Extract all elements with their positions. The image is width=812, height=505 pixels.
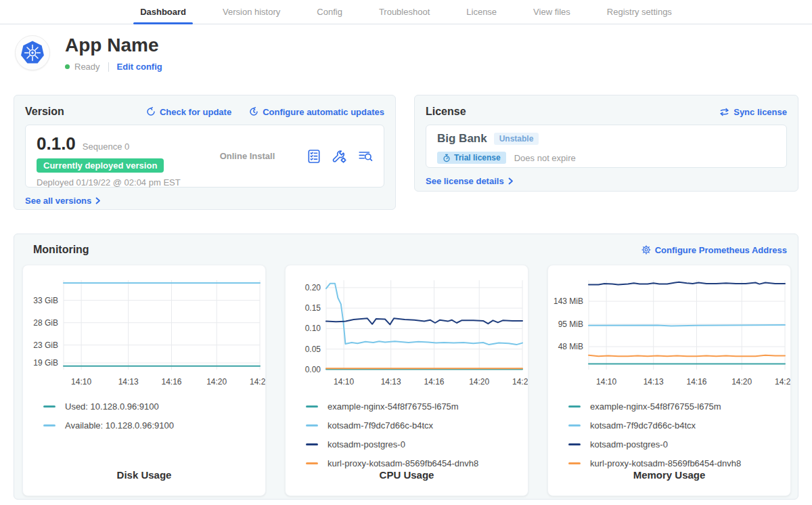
app-header: App Name Ready Edit config (15, 35, 162, 72)
top-nav: DashboardVersion historyConfigTroublesho… (0, 0, 812, 24)
svg-text:0.05: 0.05 (305, 345, 321, 354)
svg-text:14:20: 14:20 (731, 377, 752, 387)
svg-text:23 GiB: 23 GiB (33, 341, 58, 350)
legend-dash-icon (568, 405, 581, 408)
legend-dash-icon (306, 462, 318, 464)
license-expiration: Does not expire (514, 153, 576, 163)
legend-label: kurl-proxy-kotsadm-8569fb6454-dnvh8 (590, 458, 741, 468)
legend-label: example-nginx-54f8f76755-l675m (590, 401, 721, 412)
svg-text:14:23: 14:23 (250, 377, 265, 387)
svg-text:14:10: 14:10 (334, 377, 354, 387)
svg-text:14:10: 14:10 (596, 377, 616, 387)
legend-item: example-nginx-54f8f76755-l675m (306, 397, 528, 416)
svg-text:95 MiB: 95 MiB (558, 320, 583, 329)
memory-usage-chart-card: 14:1014:1314:1614:2014:23143 MiB95 MiB48… (547, 265, 791, 496)
page-title: App Name (65, 35, 162, 56)
legend-dash-icon (568, 462, 581, 464)
current-version-panel: 0.1.0 Sequence 0 Currently deployed vers… (25, 125, 384, 188)
svg-text:48 MiB: 48 MiB (558, 342, 583, 351)
svg-text:143 MiB: 143 MiB (554, 297, 583, 306)
preflight-checks-icon[interactable] (307, 149, 321, 164)
version-sequence: Sequence 0 (83, 141, 129, 152)
legend-label: kurl-proxy-kotsadm-8569fb6454-dnvh8 (328, 458, 478, 468)
legend-label: kotsadm-postgres-0 (328, 439, 405, 449)
legend-dash-icon (568, 424, 581, 426)
legend-label: kotsadm-7f9dc7d66c-b4tcx (328, 420, 433, 431)
legend-item: kotsadm-7f9dc7d66c-b4tcx (568, 416, 790, 435)
check-for-update-link[interactable]: Check for update (146, 107, 231, 117)
tab-version-history[interactable]: Version history (216, 0, 287, 24)
clock-refresh-icon (249, 107, 258, 116)
edit-config-link[interactable]: Edit config (117, 62, 162, 72)
configure-prometheus-link[interactable]: Configure Prometheus Address (641, 245, 787, 255)
svg-text:33 GiB: 33 GiB (33, 296, 58, 305)
legend-item: kotsadm-7f9dc7d66c-b4tcx (306, 416, 528, 435)
memory-usage-chart: 14:1014:1314:1614:2014:23143 MiB95 MiB48… (548, 271, 790, 394)
tab-registry-settings[interactable]: Registry settings (600, 0, 679, 24)
version-card: Version Check for update Configure autom… (14, 95, 396, 210)
legend-label: example-nginx-54f8f76755-l675m (328, 401, 459, 412)
tab-troubleshoot[interactable]: Troubleshoot (372, 0, 436, 24)
config-wrench-icon[interactable] (332, 149, 347, 164)
svg-text:14:16: 14:16 (424, 377, 444, 387)
legend-item: kotsadm-postgres-0 (568, 435, 790, 454)
chevron-right-icon (95, 197, 101, 204)
sync-license-link[interactable]: Sync license (719, 107, 787, 117)
legend-dash-icon (306, 443, 318, 445)
disk-usage-legend: Used: 10.128.0.96:9100Available: 10.128.… (23, 397, 265, 435)
view-logs-icon[interactable] (358, 149, 373, 164)
license-card-title: License (426, 106, 466, 118)
legend-dash-icon (43, 424, 55, 426)
svg-text:14:10: 14:10 (71, 377, 91, 387)
svg-text:0.15: 0.15 (305, 303, 321, 313)
divider (108, 62, 109, 72)
monitoring-section: Monitoring Configure Prometheus Address … (14, 234, 798, 500)
svg-text:14:16: 14:16 (161, 377, 181, 387)
install-type: Online Install (220, 151, 275, 161)
chart-title: Memory Usage (548, 469, 790, 481)
license-assignee: Big Bank (437, 132, 487, 146)
svg-text:14:13: 14:13 (381, 377, 401, 387)
legend-item: example-nginx-54f8f76755-l675m (568, 397, 790, 416)
legend-label: Used: 10.128.0.96:9100 (65, 401, 159, 412)
tab-license[interactable]: License (459, 0, 503, 24)
svg-text:14:20: 14:20 (469, 377, 489, 387)
legend-dash-icon (43, 405, 55, 408)
sync-icon (719, 108, 729, 116)
see-all-versions-link[interactable]: See all versions (25, 196, 101, 206)
svg-text:14:13: 14:13 (644, 377, 664, 387)
cpu-usage-chart: 14:1014:1314:1614:2014:230.200.150.100.0… (286, 271, 528, 394)
channel-badge: Unstable (494, 133, 539, 145)
svg-text:0.00: 0.00 (305, 365, 321, 374)
license-panel: Big Bank Unstable Trial license Does not… (426, 125, 787, 168)
memory-usage-legend: example-nginx-54f8f76755-l675mkotsadm-7f… (548, 397, 790, 473)
license-card: License Sync license Big Bank Unstable T… (414, 95, 798, 192)
legend-label: Available: 10.128.0.96:9100 (65, 420, 174, 431)
cpu-usage-legend: example-nginx-54f8f76755-l675mkotsadm-7f… (286, 397, 528, 473)
chevron-right-icon (508, 177, 514, 185)
stopwatch-icon (443, 154, 451, 162)
svg-text:14:20: 14:20 (206, 377, 227, 387)
legend-item: kotsadm-postgres-0 (306, 435, 528, 454)
tab-dashboard[interactable]: Dashboard (133, 0, 193, 24)
status-dot (65, 64, 70, 69)
app-status: Ready (74, 62, 100, 72)
svg-text:19 GiB: 19 GiB (33, 358, 58, 368)
tab-config[interactable]: Config (310, 0, 349, 24)
svg-text:0.10: 0.10 (305, 324, 321, 333)
legend-label: kotsadm-postgres-0 (590, 439, 668, 449)
svg-text:14:23: 14:23 (775, 377, 790, 387)
deployed-badge: Currently deployed version (37, 158, 164, 173)
app-logo (15, 35, 50, 70)
legend-label: kotsadm-7f9dc7d66c-b4tcx (590, 420, 696, 431)
version-card-title: Version (25, 106, 64, 118)
kubernetes-icon (20, 40, 45, 66)
monitoring-title: Monitoring (33, 244, 89, 256)
legend-item: Available: 10.128.0.96:9100 (43, 416, 265, 435)
legend-item: Used: 10.128.0.96:9100 (43, 397, 265, 416)
disk-usage-chart: 14:1014:1314:1614:2014:2333 GiB28 GiB23 … (23, 271, 265, 394)
tab-view-files[interactable]: View files (526, 0, 577, 24)
see-license-details-link[interactable]: See license details (426, 176, 514, 186)
configure-automatic-updates-link[interactable]: Configure automatic updates (249, 107, 384, 117)
legend-dash-icon (306, 424, 318, 426)
